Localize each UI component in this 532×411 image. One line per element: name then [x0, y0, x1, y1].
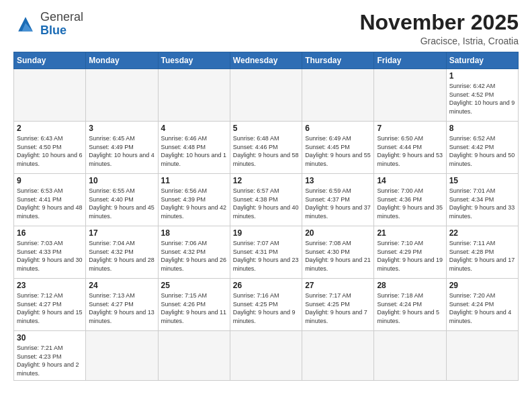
calendar-cell: 23Sunrise: 7:12 AM Sunset: 4:27 PM Dayli… — [14, 279, 86, 331]
calendar-cell: 27Sunrise: 7:17 AM Sunset: 4:25 PM Dayli… — [302, 279, 374, 331]
calendar-cell: 7Sunrise: 6:50 AM Sunset: 4:44 PM Daylig… — [374, 122, 446, 174]
location: Gracisce, Istria, Croatia — [359, 36, 519, 46]
calendar-header-friday: Friday — [374, 52, 446, 69]
day-number: 6 — [305, 124, 371, 133]
calendar-cell: 28Sunrise: 7:18 AM Sunset: 4:24 PM Dayli… — [374, 279, 446, 331]
calendar-header-sunday: Sunday — [14, 52, 86, 69]
calendar-cell: 20Sunrise: 7:08 AM Sunset: 4:30 PM Dayli… — [302, 226, 374, 279]
calendar-cell — [302, 69, 374, 122]
calendar-cell — [158, 69, 230, 122]
day-number: 16 — [17, 228, 83, 238]
day-number: 22 — [449, 228, 515, 238]
day-number: 27 — [305, 281, 371, 290]
day-info: Sunrise: 6:53 AM Sunset: 4:41 PM Dayligh… — [17, 187, 83, 220]
calendar-cell: 12Sunrise: 6:57 AM Sunset: 4:38 PM Dayli… — [230, 174, 302, 226]
calendar-week-row: 9Sunrise: 6:53 AM Sunset: 4:41 PM Daylig… — [14, 174, 519, 226]
day-number: 25 — [161, 281, 227, 290]
calendar-cell: 21Sunrise: 7:10 AM Sunset: 4:29 PM Dayli… — [374, 226, 446, 279]
day-number: 11 — [161, 176, 227, 185]
day-info: Sunrise: 7:13 AM Sunset: 4:27 PM Dayligh… — [89, 291, 154, 325]
calendar-cell — [374, 69, 446, 122]
calendar-week-row: 30Sunrise: 7:21 AM Sunset: 4:23 PM Dayli… — [14, 331, 519, 380]
calendar-cell: 9Sunrise: 6:53 AM Sunset: 4:41 PM Daylig… — [14, 174, 86, 226]
calendar-cell: 29Sunrise: 7:20 AM Sunset: 4:24 PM Dayli… — [446, 279, 518, 331]
calendar-cell: 25Sunrise: 7:15 AM Sunset: 4:26 PM Dayli… — [158, 279, 230, 331]
calendar: SundayMondayTuesdayWednesdayThursdayFrid… — [13, 52, 519, 380]
day-info: Sunrise: 6:56 AM Sunset: 4:39 PM Dayligh… — [161, 187, 227, 220]
day-info: Sunrise: 6:46 AM Sunset: 4:48 PM Dayligh… — [161, 134, 227, 168]
day-number: 13 — [305, 176, 371, 185]
calendar-cell — [302, 331, 374, 380]
day-info: Sunrise: 7:20 AM Sunset: 4:24 PM Dayligh… — [449, 291, 515, 325]
day-number: 4 — [161, 124, 227, 133]
day-info: Sunrise: 6:50 AM Sunset: 4:44 PM Dayligh… — [377, 134, 443, 168]
calendar-cell: 18Sunrise: 7:06 AM Sunset: 4:32 PM Dayli… — [158, 226, 230, 279]
logo-icon — [13, 12, 38, 36]
calendar-header-saturday: Saturday — [446, 52, 518, 69]
day-info: Sunrise: 7:12 AM Sunset: 4:27 PM Dayligh… — [17, 291, 83, 325]
day-number: 18 — [161, 228, 227, 238]
calendar-cell: 24Sunrise: 7:13 AM Sunset: 4:27 PM Dayli… — [86, 279, 158, 331]
calendar-header-thursday: Thursday — [302, 52, 374, 69]
day-number: 29 — [449, 281, 515, 290]
calendar-cell: 5Sunrise: 6:48 AM Sunset: 4:46 PM Daylig… — [230, 122, 302, 174]
calendar-week-row: 16Sunrise: 7:03 AM Sunset: 4:33 PM Dayli… — [14, 226, 519, 279]
day-info: Sunrise: 7:18 AM Sunset: 4:24 PM Dayligh… — [377, 291, 443, 325]
day-info: Sunrise: 7:04 AM Sunset: 4:32 PM Dayligh… — [89, 239, 154, 273]
calendar-week-row: 23Sunrise: 7:12 AM Sunset: 4:27 PM Dayli… — [14, 279, 519, 331]
day-number: 8 — [449, 124, 515, 133]
calendar-cell: 6Sunrise: 6:49 AM Sunset: 4:45 PM Daylig… — [302, 122, 374, 174]
day-info: Sunrise: 6:55 AM Sunset: 4:40 PM Dayligh… — [89, 187, 154, 220]
calendar-cell — [14, 69, 86, 122]
day-info: Sunrise: 6:59 AM Sunset: 4:37 PM Dayligh… — [305, 187, 371, 220]
page: General Blue November 2025 Gracisce, Ist… — [0, 0, 532, 411]
calendar-header-monday: Monday — [86, 52, 158, 69]
calendar-cell: 10Sunrise: 6:55 AM Sunset: 4:40 PM Dayli… — [86, 174, 158, 226]
day-info: Sunrise: 7:17 AM Sunset: 4:25 PM Dayligh… — [305, 291, 371, 325]
day-number: 17 — [89, 228, 154, 238]
logo-blue: Blue — [40, 24, 83, 38]
day-info: Sunrise: 7:15 AM Sunset: 4:26 PM Dayligh… — [161, 291, 227, 325]
day-number: 2 — [17, 124, 83, 133]
calendar-cell — [86, 69, 158, 122]
calendar-cell: 11Sunrise: 6:56 AM Sunset: 4:39 PM Dayli… — [158, 174, 230, 226]
day-number: 28 — [377, 281, 443, 290]
day-info: Sunrise: 7:07 AM Sunset: 4:31 PM Dayligh… — [233, 239, 299, 273]
day-info: Sunrise: 6:52 AM Sunset: 4:42 PM Dayligh… — [449, 134, 515, 168]
calendar-cell: 17Sunrise: 7:04 AM Sunset: 4:32 PM Dayli… — [86, 226, 158, 279]
calendar-cell: 16Sunrise: 7:03 AM Sunset: 4:33 PM Dayli… — [14, 226, 86, 279]
day-number: 26 — [233, 281, 299, 290]
day-info: Sunrise: 6:43 AM Sunset: 4:50 PM Dayligh… — [17, 134, 83, 168]
day-number: 24 — [89, 281, 154, 290]
day-number: 9 — [17, 176, 83, 185]
calendar-cell: 19Sunrise: 7:07 AM Sunset: 4:31 PM Dayli… — [230, 226, 302, 279]
calendar-cell: 30Sunrise: 7:21 AM Sunset: 4:23 PM Dayli… — [14, 331, 86, 380]
day-number: 20 — [305, 228, 371, 238]
day-info: Sunrise: 6:48 AM Sunset: 4:46 PM Dayligh… — [233, 134, 299, 168]
day-info: Sunrise: 7:03 AM Sunset: 4:33 PM Dayligh… — [17, 239, 83, 273]
day-info: Sunrise: 7:08 AM Sunset: 4:30 PM Dayligh… — [305, 239, 371, 273]
day-info: Sunrise: 7:11 AM Sunset: 4:28 PM Dayligh… — [449, 239, 515, 273]
day-number: 1 — [449, 71, 515, 81]
day-info: Sunrise: 7:01 AM Sunset: 4:34 PM Dayligh… — [449, 187, 515, 220]
day-info: Sunrise: 6:45 AM Sunset: 4:49 PM Dayligh… — [89, 134, 154, 168]
calendar-cell — [230, 331, 302, 380]
day-number: 12 — [233, 176, 299, 185]
day-info: Sunrise: 6:42 AM Sunset: 4:52 PM Dayligh… — [449, 82, 515, 116]
day-info: Sunrise: 7:16 AM Sunset: 4:25 PM Dayligh… — [233, 291, 299, 325]
calendar-header-tuesday: Tuesday — [158, 52, 230, 69]
day-number: 23 — [17, 281, 83, 290]
calendar-week-row: 2Sunrise: 6:43 AM Sunset: 4:50 PM Daylig… — [14, 122, 519, 174]
title-area: November 2025 Gracisce, Istria, Croatia — [359, 11, 519, 46]
day-info: Sunrise: 6:49 AM Sunset: 4:45 PM Dayligh… — [305, 134, 371, 168]
calendar-cell — [158, 331, 230, 380]
calendar-cell: 13Sunrise: 6:59 AM Sunset: 4:37 PM Dayli… — [302, 174, 374, 226]
day-number: 30 — [17, 333, 83, 342]
day-info: Sunrise: 7:06 AM Sunset: 4:32 PM Dayligh… — [161, 239, 227, 273]
day-number: 7 — [377, 124, 443, 133]
calendar-cell — [446, 331, 518, 380]
calendar-cell: 14Sunrise: 7:00 AM Sunset: 4:36 PM Dayli… — [374, 174, 446, 226]
day-info: Sunrise: 7:10 AM Sunset: 4:29 PM Dayligh… — [377, 239, 443, 273]
calendar-cell: 26Sunrise: 7:16 AM Sunset: 4:25 PM Dayli… — [230, 279, 302, 331]
calendar-cell: 8Sunrise: 6:52 AM Sunset: 4:42 PM Daylig… — [446, 122, 518, 174]
